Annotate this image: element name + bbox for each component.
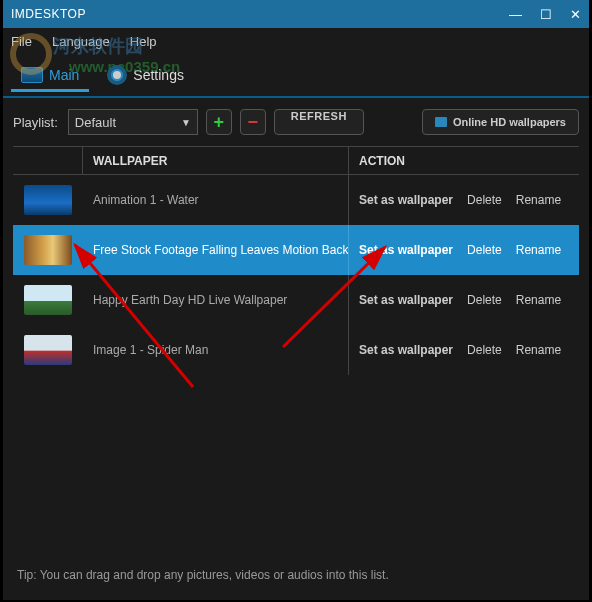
image-icon — [435, 117, 447, 127]
wallpaper-name: Image 1 - Spider Man — [83, 325, 349, 375]
wallpaper-table: WALLPAPER ACTION Animation 1 - WaterSet … — [13, 146, 579, 375]
playlist-value: Default — [75, 115, 116, 130]
window-controls: — ☐ ✕ — [509, 7, 581, 22]
table-row[interactable]: Free Stock Footage Falling Leaves Motion… — [13, 225, 579, 275]
rename-action[interactable]: Rename — [516, 193, 561, 207]
set-wallpaper-action[interactable]: Set as wallpaper — [359, 243, 453, 257]
app-window: IMDESKTOP — ☐ ✕ File Language Help 河东软件园… — [3, 0, 589, 600]
wallpaper-name: Free Stock Footage Falling Leaves Motion… — [83, 225, 349, 275]
rename-action[interactable]: Rename — [516, 243, 561, 257]
thumbnail-cell — [13, 235, 83, 265]
remove-button[interactable]: − — [240, 109, 266, 135]
menu-language[interactable]: Language — [48, 32, 114, 51]
tab-main-label: Main — [49, 67, 79, 83]
set-wallpaper-action[interactable]: Set as wallpaper — [359, 293, 453, 307]
table-header: WALLPAPER ACTION — [13, 147, 579, 175]
online-wallpapers-button[interactable]: Online HD wallpapers — [422, 109, 579, 135]
close-button[interactable]: ✕ — [570, 7, 581, 22]
monitor-icon — [21, 67, 43, 83]
action-cell: Set as wallpaperDeleteRename — [349, 225, 579, 275]
tip-text: Tip: You can drag and drop any pictures,… — [17, 568, 389, 582]
delete-action[interactable]: Delete — [467, 293, 502, 307]
thumbnail-cell — [13, 185, 83, 215]
online-wallpapers-label: Online HD wallpapers — [453, 116, 566, 128]
header-wallpaper: WALLPAPER — [83, 147, 349, 174]
minimize-button[interactable]: — — [509, 7, 522, 22]
add-button[interactable]: + — [206, 109, 232, 135]
wallpaper-name: Animation 1 - Water — [83, 175, 349, 225]
delete-action[interactable]: Delete — [467, 193, 502, 207]
menu-bar: File Language Help 河东软件园 www.pc0359.cn — [3, 28, 589, 54]
action-cell: Set as wallpaperDeleteRename — [349, 275, 579, 325]
menu-help[interactable]: Help — [126, 32, 161, 51]
thumbnail-cell — [13, 335, 83, 365]
header-action: ACTION — [349, 147, 579, 174]
rename-action[interactable]: Rename — [516, 293, 561, 307]
thumbnail-icon — [24, 335, 72, 365]
playlist-label: Playlist: — [13, 115, 58, 130]
menu-file[interactable]: File — [7, 32, 36, 51]
action-cell: Set as wallpaperDeleteRename — [349, 175, 579, 225]
toolbar: Playlist: Default ▼ + − REFRESH Online H… — [3, 98, 589, 146]
table-row[interactable]: Happy Earth Day HD Live WallpaperSet as … — [13, 275, 579, 325]
thumbnail-icon — [24, 185, 72, 215]
thumbnail-icon — [24, 235, 72, 265]
playlist-dropdown[interactable]: Default ▼ — [68, 109, 198, 135]
tab-bar: Main Settings — [3, 54, 589, 98]
delete-action[interactable]: Delete — [467, 243, 502, 257]
table-row[interactable]: Image 1 - Spider ManSet as wallpaperDele… — [13, 325, 579, 375]
tab-main[interactable]: Main — [11, 61, 89, 92]
rename-action[interactable]: Rename — [516, 343, 561, 357]
action-cell: Set as wallpaperDeleteRename — [349, 325, 579, 375]
thumbnail-cell — [13, 285, 83, 315]
maximize-button[interactable]: ☐ — [540, 7, 552, 22]
tab-settings-label: Settings — [133, 67, 184, 83]
delete-action[interactable]: Delete — [467, 343, 502, 357]
tab-settings[interactable]: Settings — [97, 59, 194, 91]
title-bar[interactable]: IMDESKTOP — ☐ ✕ — [3, 0, 589, 28]
wallpaper-name: Happy Earth Day HD Live Wallpaper — [83, 275, 349, 325]
table-row[interactable]: Animation 1 - WaterSet as wallpaperDelet… — [13, 175, 579, 225]
set-wallpaper-action[interactable]: Set as wallpaper — [359, 193, 453, 207]
chevron-down-icon: ▼ — [181, 117, 191, 128]
gear-icon — [107, 65, 127, 85]
set-wallpaper-action[interactable]: Set as wallpaper — [359, 343, 453, 357]
window-title: IMDESKTOP — [11, 7, 509, 21]
refresh-button[interactable]: REFRESH — [274, 109, 364, 135]
thumbnail-icon — [24, 285, 72, 315]
